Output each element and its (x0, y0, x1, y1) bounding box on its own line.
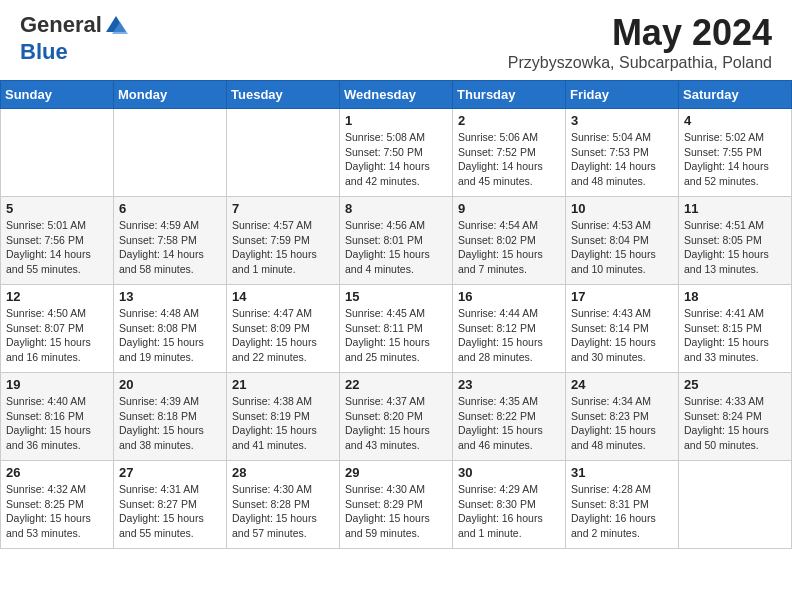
day-number: 23 (458, 377, 560, 392)
logo-general: General (20, 12, 102, 37)
weekday-header: Friday (566, 81, 679, 109)
day-number: 5 (6, 201, 108, 216)
day-number: 27 (119, 465, 221, 480)
calendar-cell: 5Sunrise: 5:01 AMSunset: 7:56 PMDaylight… (1, 197, 114, 285)
day-info: Sunrise: 5:01 AMSunset: 7:56 PMDaylight:… (6, 218, 108, 277)
weekday-header: Monday (114, 81, 227, 109)
calendar-cell: 12Sunrise: 4:50 AMSunset: 8:07 PMDayligh… (1, 285, 114, 373)
day-info: Sunrise: 4:57 AMSunset: 7:59 PMDaylight:… (232, 218, 334, 277)
weekday-header: Wednesday (340, 81, 453, 109)
calendar-week-row: 12Sunrise: 4:50 AMSunset: 8:07 PMDayligh… (1, 285, 792, 373)
calendar-cell: 4Sunrise: 5:02 AMSunset: 7:55 PMDaylight… (679, 109, 792, 197)
calendar-cell: 15Sunrise: 4:45 AMSunset: 8:11 PMDayligh… (340, 285, 453, 373)
day-info: Sunrise: 4:48 AMSunset: 8:08 PMDaylight:… (119, 306, 221, 365)
day-number: 2 (458, 113, 560, 128)
calendar-cell: 27Sunrise: 4:31 AMSunset: 8:27 PMDayligh… (114, 461, 227, 549)
calendar-cell: 23Sunrise: 4:35 AMSunset: 8:22 PMDayligh… (453, 373, 566, 461)
day-number: 22 (345, 377, 447, 392)
calendar-cell: 10Sunrise: 4:53 AMSunset: 8:04 PMDayligh… (566, 197, 679, 285)
calendar-cell (679, 461, 792, 549)
calendar-cell: 9Sunrise: 4:54 AMSunset: 8:02 PMDaylight… (453, 197, 566, 285)
day-info: Sunrise: 4:38 AMSunset: 8:19 PMDaylight:… (232, 394, 334, 453)
calendar-table: SundayMondayTuesdayWednesdayThursdayFrid… (0, 80, 792, 549)
day-number: 12 (6, 289, 108, 304)
calendar-cell: 20Sunrise: 4:39 AMSunset: 8:18 PMDayligh… (114, 373, 227, 461)
day-info: Sunrise: 4:47 AMSunset: 8:09 PMDaylight:… (232, 306, 334, 365)
calendar-cell: 6Sunrise: 4:59 AMSunset: 7:58 PMDaylight… (114, 197, 227, 285)
calendar-cell: 11Sunrise: 4:51 AMSunset: 8:05 PMDayligh… (679, 197, 792, 285)
day-number: 19 (6, 377, 108, 392)
day-info: Sunrise: 4:37 AMSunset: 8:20 PMDaylight:… (345, 394, 447, 453)
calendar-cell (1, 109, 114, 197)
day-number: 24 (571, 377, 673, 392)
calendar-cell: 31Sunrise: 4:28 AMSunset: 8:31 PMDayligh… (566, 461, 679, 549)
day-info: Sunrise: 5:06 AMSunset: 7:52 PMDaylight:… (458, 130, 560, 189)
day-info: Sunrise: 4:56 AMSunset: 8:01 PMDaylight:… (345, 218, 447, 277)
day-number: 10 (571, 201, 673, 216)
calendar-cell: 29Sunrise: 4:30 AMSunset: 8:29 PMDayligh… (340, 461, 453, 549)
day-info: Sunrise: 4:40 AMSunset: 8:16 PMDaylight:… (6, 394, 108, 453)
calendar-body: 1Sunrise: 5:08 AMSunset: 7:50 PMDaylight… (1, 109, 792, 549)
day-number: 11 (684, 201, 786, 216)
day-info: Sunrise: 4:54 AMSunset: 8:02 PMDaylight:… (458, 218, 560, 277)
day-number: 21 (232, 377, 334, 392)
day-info: Sunrise: 5:08 AMSunset: 7:50 PMDaylight:… (345, 130, 447, 189)
calendar-cell: 21Sunrise: 4:38 AMSunset: 8:19 PMDayligh… (227, 373, 340, 461)
day-info: Sunrise: 5:02 AMSunset: 7:55 PMDaylight:… (684, 130, 786, 189)
day-info: Sunrise: 4:50 AMSunset: 8:07 PMDaylight:… (6, 306, 108, 365)
day-number: 6 (119, 201, 221, 216)
weekday-header: Sunday (1, 81, 114, 109)
calendar-cell: 7Sunrise: 4:57 AMSunset: 7:59 PMDaylight… (227, 197, 340, 285)
day-info: Sunrise: 4:44 AMSunset: 8:12 PMDaylight:… (458, 306, 560, 365)
day-number: 14 (232, 289, 334, 304)
day-info: Sunrise: 5:04 AMSunset: 7:53 PMDaylight:… (571, 130, 673, 189)
month-title: May 2024 (508, 12, 772, 54)
day-info: Sunrise: 4:59 AMSunset: 7:58 PMDaylight:… (119, 218, 221, 277)
day-info: Sunrise: 4:45 AMSunset: 8:11 PMDaylight:… (345, 306, 447, 365)
day-info: Sunrise: 4:30 AMSunset: 8:29 PMDaylight:… (345, 482, 447, 541)
calendar-cell: 17Sunrise: 4:43 AMSunset: 8:14 PMDayligh… (566, 285, 679, 373)
weekday-header-row: SundayMondayTuesdayWednesdayThursdayFrid… (1, 81, 792, 109)
day-number: 15 (345, 289, 447, 304)
day-info: Sunrise: 4:43 AMSunset: 8:14 PMDaylight:… (571, 306, 673, 365)
weekday-header: Tuesday (227, 81, 340, 109)
calendar-cell: 13Sunrise: 4:48 AMSunset: 8:08 PMDayligh… (114, 285, 227, 373)
day-info: Sunrise: 4:30 AMSunset: 8:28 PMDaylight:… (232, 482, 334, 541)
day-info: Sunrise: 4:32 AMSunset: 8:25 PMDaylight:… (6, 482, 108, 541)
calendar-cell: 8Sunrise: 4:56 AMSunset: 8:01 PMDaylight… (340, 197, 453, 285)
day-info: Sunrise: 4:34 AMSunset: 8:23 PMDaylight:… (571, 394, 673, 453)
weekday-header: Thursday (453, 81, 566, 109)
day-number: 16 (458, 289, 560, 304)
location-title: Przybyszowka, Subcarpathia, Poland (508, 54, 772, 72)
day-info: Sunrise: 4:51 AMSunset: 8:05 PMDaylight:… (684, 218, 786, 277)
logo-blue: Blue (20, 39, 68, 64)
day-info: Sunrise: 4:53 AMSunset: 8:04 PMDaylight:… (571, 218, 673, 277)
day-number: 3 (571, 113, 673, 128)
calendar-cell: 2Sunrise: 5:06 AMSunset: 7:52 PMDaylight… (453, 109, 566, 197)
weekday-header: Saturday (679, 81, 792, 109)
calendar-cell: 22Sunrise: 4:37 AMSunset: 8:20 PMDayligh… (340, 373, 453, 461)
logo: General Blue (20, 12, 110, 64)
day-info: Sunrise: 4:35 AMSunset: 8:22 PMDaylight:… (458, 394, 560, 453)
day-number: 20 (119, 377, 221, 392)
day-info: Sunrise: 4:41 AMSunset: 8:15 PMDaylight:… (684, 306, 786, 365)
calendar-cell: 1Sunrise: 5:08 AMSunset: 7:50 PMDaylight… (340, 109, 453, 197)
day-number: 17 (571, 289, 673, 304)
calendar-cell: 16Sunrise: 4:44 AMSunset: 8:12 PMDayligh… (453, 285, 566, 373)
calendar-cell: 3Sunrise: 5:04 AMSunset: 7:53 PMDaylight… (566, 109, 679, 197)
calendar-week-row: 26Sunrise: 4:32 AMSunset: 8:25 PMDayligh… (1, 461, 792, 549)
calendar-cell: 18Sunrise: 4:41 AMSunset: 8:15 PMDayligh… (679, 285, 792, 373)
day-number: 30 (458, 465, 560, 480)
day-info: Sunrise: 4:28 AMSunset: 8:31 PMDaylight:… (571, 482, 673, 541)
calendar-week-row: 19Sunrise: 4:40 AMSunset: 8:16 PMDayligh… (1, 373, 792, 461)
day-number: 18 (684, 289, 786, 304)
logo-icon (102, 12, 130, 40)
day-number: 13 (119, 289, 221, 304)
calendar-cell (227, 109, 340, 197)
day-number: 9 (458, 201, 560, 216)
day-info: Sunrise: 4:33 AMSunset: 8:24 PMDaylight:… (684, 394, 786, 453)
calendar-cell: 28Sunrise: 4:30 AMSunset: 8:28 PMDayligh… (227, 461, 340, 549)
calendar-week-row: 5Sunrise: 5:01 AMSunset: 7:56 PMDaylight… (1, 197, 792, 285)
calendar-cell: 19Sunrise: 4:40 AMSunset: 8:16 PMDayligh… (1, 373, 114, 461)
day-number: 31 (571, 465, 673, 480)
